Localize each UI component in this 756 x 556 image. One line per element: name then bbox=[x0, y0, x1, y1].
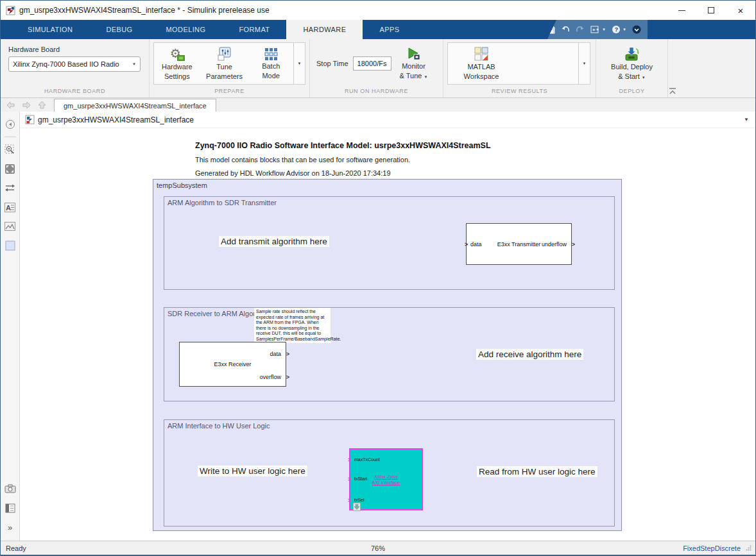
input-port-icon[interactable]: > bbox=[348, 498, 351, 503]
fit-view-icon[interactable] bbox=[4, 163, 17, 174]
tab-format[interactable]: FORMAT bbox=[222, 20, 286, 39]
workspace-grid-icon bbox=[474, 46, 489, 62]
palette-divider bbox=[4, 137, 16, 137]
group-run-on-hardware: Stop Time Monitor & Tune ▼ RUN ON HARDWA… bbox=[310, 39, 443, 97]
help-icon[interactable]: ? ▼ bbox=[612, 25, 626, 34]
annotation-icon[interactable]: A bbox=[4, 201, 17, 213]
signal-icon[interactable] bbox=[4, 182, 17, 194]
input-port-icon[interactable]: > bbox=[348, 457, 351, 463]
up-icon[interactable] bbox=[38, 101, 46, 109]
window-title: gm_usrpe3xxHWSWAXI4StreamSL_interface * … bbox=[19, 6, 270, 15]
undo-icon[interactable] bbox=[561, 26, 570, 33]
monitor-tune-label-2: & Tune ▼ bbox=[400, 72, 428, 80]
hardware-board-select[interactable]: Xilinx Zynq-7000 Based IIO Radio ▼ bbox=[8, 56, 141, 72]
chevron-down-icon: ▼ bbox=[642, 76, 646, 80]
batch-grid-icon bbox=[264, 47, 278, 61]
hardware-settings-button[interactable]: ⚙ Hardware Settings bbox=[154, 43, 200, 84]
block-e3xx-transmitter[interactable]: > data E3xx Transmitter underflow > bbox=[466, 223, 572, 265]
port-label-underflow: underflow bbox=[542, 241, 567, 247]
prepare-gallery-dropdown[interactable]: ▼ bbox=[293, 43, 305, 84]
stop-time-input[interactable] bbox=[353, 56, 391, 71]
annotation-add-receive[interactable]: Add receive algorithm here bbox=[476, 349, 583, 360]
tab-hardware[interactable]: HARDWARE bbox=[286, 20, 363, 39]
group-deploy: Build, Deploy & Start ▼ DEPLOY bbox=[596, 39, 668, 97]
breadcrumb-dropdown-icon[interactable]: ▼ bbox=[744, 117, 749, 122]
forward-icon[interactable] bbox=[22, 101, 31, 109]
tune-parameters-button[interactable]: Tune Parameters bbox=[200, 43, 249, 84]
variant-arrow-icon[interactable] bbox=[353, 503, 361, 511]
maximize-icon[interactable] bbox=[696, 1, 726, 20]
batch-mode-button[interactable]: Batch Mode bbox=[248, 43, 293, 84]
tune-parameters-label-1: Tune bbox=[216, 63, 232, 71]
output-port-icon[interactable]: > bbox=[286, 351, 289, 357]
review-results-dropdown[interactable]: ▼ bbox=[578, 43, 590, 84]
model-generated-note: Generated by HDL Workflow Advisor on 18-… bbox=[195, 169, 391, 177]
tab-debug[interactable]: DEBUG bbox=[89, 20, 149, 39]
output-port-icon[interactable]: > bbox=[572, 241, 575, 247]
monitor-tune-button[interactable]: Monitor & Tune ▼ bbox=[396, 46, 432, 81]
section-label-review-results: REVIEW RESULTS bbox=[443, 88, 596, 97]
group-review-results: MATLAB Workspace ▼ REVIEW RESULTS bbox=[443, 39, 596, 97]
model-subtitle: This model contains blocks that can be u… bbox=[195, 156, 410, 164]
play-monitor-icon bbox=[406, 47, 421, 61]
simulink-app-icon bbox=[6, 6, 15, 15]
document-tabbar: gm_usrpe3xxHWSWAXI4StreamSL_interface bbox=[1, 98, 755, 112]
build-deploy-start-button[interactable]: Build, Deploy & Start ▼ bbox=[607, 45, 657, 81]
section-label-hardware-board: HARDWARE BOARD bbox=[1, 88, 149, 97]
model-canvas[interactable]: Zynq-7000 IIO Radio Software Interface M… bbox=[20, 128, 755, 541]
model-browser-icon[interactable] bbox=[4, 502, 17, 514]
annotation-write-hw[interactable]: Write to HW user logic here bbox=[198, 466, 307, 476]
block-xilinx-zynq-axi-interface[interactable]: > maxTxCount > txStart > txSel Xilinx Zy… bbox=[349, 448, 423, 510]
output-port-icon[interactable]: > bbox=[286, 375, 289, 380]
section-label-deploy: DEPLOY bbox=[596, 88, 667, 97]
sample-rate-note[interactable]: Sample rate should reflect the expected … bbox=[254, 308, 331, 343]
close-icon[interactable]: × bbox=[726, 1, 755, 20]
chevron-down-icon: ▼ bbox=[298, 62, 302, 65]
editor-column: gm_usrpe3xxHWSWAXI4StreamSL_interface ▼ … bbox=[20, 112, 755, 541]
simulink-model-icon bbox=[25, 115, 35, 124]
expand-palette-icon[interactable]: » bbox=[4, 521, 17, 533]
tab-modeling[interactable]: MODELING bbox=[150, 20, 223, 39]
port-label-maxtxcount: maxTxCount bbox=[354, 457, 380, 462]
viewport-icon[interactable] bbox=[4, 240, 17, 251]
save-icon[interactable] bbox=[547, 26, 555, 34]
chevron-down-icon: ▼ bbox=[583, 62, 587, 65]
build-deploy-label-2: & Start ▼ bbox=[618, 72, 646, 81]
window-controls: × bbox=[667, 1, 755, 20]
port-label-overflow: overflow bbox=[259, 375, 281, 380]
account-icon[interactable] bbox=[632, 25, 641, 34]
redo-icon[interactable] bbox=[576, 26, 585, 33]
stop-time-label: Stop Time bbox=[316, 60, 348, 67]
tab-simulation[interactable]: SIMULATION bbox=[11, 20, 89, 39]
chevron-down-icon: ▼ bbox=[424, 75, 427, 79]
explorer-toggle-icon[interactable] bbox=[4, 119, 17, 130]
svg-text:A: A bbox=[6, 203, 11, 211]
tab-apps[interactable]: APPS bbox=[363, 20, 416, 39]
main-area: A » gm_usrpe bbox=[1, 112, 755, 541]
section-1-label: ARM Algorithm to SDR Transmitter bbox=[164, 197, 614, 206]
section-2-label: SDR Receiver to ARM Algorithm bbox=[164, 308, 614, 317]
camera-icon[interactable] bbox=[4, 483, 17, 494]
customize-icon[interactable]: » ▼ bbox=[590, 26, 606, 34]
breadcrumb: gm_usrpe3xxHWSWAXI4StreamSL_interface ▼ bbox=[20, 112, 755, 128]
matlab-workspace-button[interactable]: MATLAB Workspace bbox=[448, 43, 515, 84]
section-label-run-on-hardware: RUN ON HARDWARE bbox=[310, 88, 443, 97]
block-name: E3xx Receiver bbox=[180, 361, 286, 367]
collapse-ribbon-icon[interactable] bbox=[668, 87, 677, 95]
breadcrumb-model-name[interactable]: gm_usrpe3xxHWSWAXI4StreamSL_interface bbox=[38, 115, 194, 124]
svg-text:?: ? bbox=[615, 26, 619, 33]
annotation-add-transmit[interactable]: Add transmit algorithm here bbox=[219, 236, 329, 247]
section-label-prepare: PREPARE bbox=[150, 88, 309, 97]
block-e3xx-receiver[interactable]: E3xx Receiver data > overflow > bbox=[179, 342, 286, 387]
monitor-tune-label-1: Monitor bbox=[402, 62, 425, 71]
hardware-settings-label-1: Hardware bbox=[162, 63, 193, 71]
tune-parameters-icon bbox=[217, 46, 232, 62]
customize-caret-icon: ▼ bbox=[602, 28, 606, 31]
back-icon[interactable] bbox=[6, 101, 15, 109]
model-tab[interactable]: gm_usrpe3xxHWSWAXI4StreamSL_interface bbox=[54, 99, 216, 112]
image-icon[interactable] bbox=[4, 221, 17, 232]
annotation-read-hw[interactable]: Read from HW user logic here bbox=[477, 466, 597, 477]
zoom-region-icon[interactable] bbox=[4, 144, 17, 155]
help-caret-icon: ▼ bbox=[623, 28, 626, 31]
minimize-icon[interactable] bbox=[667, 1, 696, 20]
